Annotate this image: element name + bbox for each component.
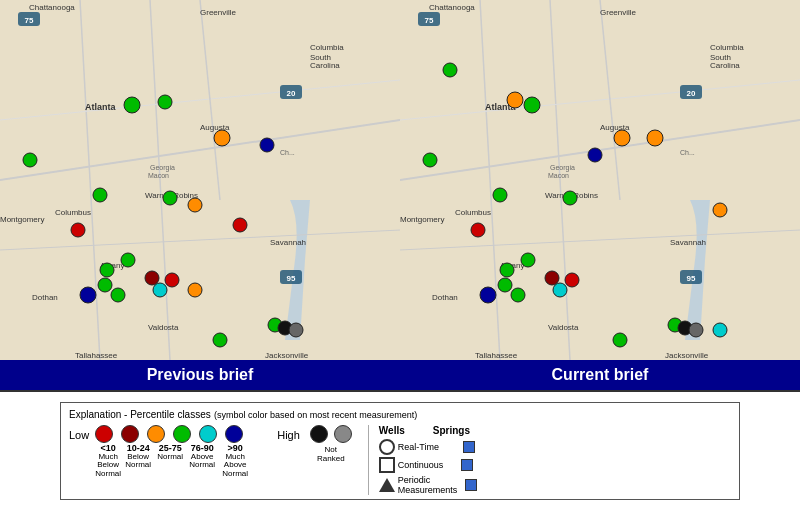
svg-point-99 [500, 263, 514, 277]
previous-map-panel: 75 20 95 Chattanooga Greenville Columbia… [0, 0, 400, 390]
legend-circle-cyan [199, 425, 217, 443]
svg-point-42 [93, 188, 107, 202]
svg-text:Macon: Macon [148, 172, 169, 179]
svg-point-50 [153, 283, 167, 297]
svg-point-47 [111, 288, 125, 302]
svg-point-104 [443, 63, 457, 77]
svg-point-87 [471, 223, 485, 237]
maps-row: 75 20 95 Chattanooga Greenville Columbia… [0, 0, 800, 390]
square-symbol [379, 457, 395, 473]
svg-text:95: 95 [687, 274, 696, 283]
previous-map-label: Previous brief [0, 360, 400, 390]
svg-point-51 [80, 287, 96, 303]
legend-circle-black [310, 425, 328, 443]
main-container: 75 20 95 Chattanooga Greenville Columbia… [0, 0, 800, 509]
springs-continuous-check [461, 459, 473, 471]
current-map-svg: 75 20 95 Chattanooga Greenville Columbia… [400, 0, 800, 360]
svg-text:Tallahassee: Tallahassee [75, 351, 118, 360]
svg-point-90 [614, 130, 630, 146]
svg-point-98 [521, 253, 535, 267]
svg-point-38 [188, 283, 202, 297]
svg-text:Montgomery: Montgomery [0, 215, 44, 224]
legend-circle-red [95, 425, 113, 443]
svg-text:Montgomery: Montgomery [400, 215, 444, 224]
svg-point-107 [480, 287, 496, 303]
svg-point-35 [145, 271, 159, 285]
legend-labels-row: <10 Much BelowNormal 10-24 BelowNormal 2… [95, 443, 269, 479]
previous-map-bg: 75 20 95 Chattanooga Greenville Columbia… [0, 0, 400, 360]
springs-periodic-check [465, 479, 477, 491]
svg-text:Columbus: Columbus [455, 208, 491, 217]
svg-text:75: 75 [425, 16, 434, 25]
legend-circles-row [95, 425, 269, 443]
high-label: High [277, 425, 300, 441]
svg-text:Columbia: Columbia [710, 43, 744, 52]
wells-springs-section: Wells Springs Real-Time Continuous [368, 425, 478, 495]
svg-point-91 [507, 92, 523, 108]
svg-point-46 [98, 278, 112, 292]
svg-text:Columbus: Columbus [55, 208, 91, 217]
svg-text:Valdosta: Valdosta [548, 323, 579, 332]
svg-point-45 [100, 263, 114, 277]
springs-realtime-check [463, 441, 475, 453]
svg-text:20: 20 [287, 89, 296, 98]
svg-point-101 [511, 288, 525, 302]
svg-point-95 [423, 153, 437, 167]
legend-circle-blue [225, 425, 243, 443]
svg-point-32 [71, 223, 85, 237]
svg-text:Dothan: Dothan [32, 293, 58, 302]
svg-point-54 [289, 323, 303, 337]
low-label: Low [69, 425, 89, 441]
svg-text:75: 75 [25, 16, 34, 25]
svg-point-43 [163, 191, 177, 205]
svg-text:Carolina: Carolina [710, 61, 740, 70]
svg-text:Jacksonville: Jacksonville [265, 351, 309, 360]
svg-text:Georgia: Georgia [550, 164, 575, 172]
svg-point-40 [158, 95, 172, 109]
svg-point-48 [213, 333, 227, 347]
not-ranked-label: NotRanked [310, 445, 352, 464]
svg-point-89 [545, 271, 559, 285]
current-map-label: Current brief [400, 360, 800, 390]
current-map-bg: 75 20 95 Chattanooga Greenville Columbia… [400, 0, 800, 360]
svg-text:Georgia: Georgia [150, 164, 175, 172]
svg-text:Greenville: Greenville [200, 8, 237, 17]
svg-point-94 [524, 97, 540, 113]
svg-rect-0 [0, 0, 400, 360]
svg-text:95: 95 [287, 274, 296, 283]
svg-text:Valdosta: Valdosta [148, 323, 179, 332]
svg-point-33 [233, 218, 247, 232]
legend-circle-darkred [121, 425, 139, 443]
svg-text:Macon: Macon [548, 172, 569, 179]
svg-text:Savannah: Savannah [670, 238, 706, 247]
svg-point-92 [647, 130, 663, 146]
legend-box: Explanation - Percentile classes (symbol… [60, 402, 740, 500]
circle-symbol [379, 439, 395, 455]
svg-text:Chattanooga: Chattanooga [429, 3, 475, 12]
svg-text:Atlanta: Atlanta [85, 102, 116, 112]
triangle-symbol [379, 478, 395, 492]
svg-point-37 [188, 198, 202, 212]
svg-point-52 [260, 138, 274, 152]
svg-point-102 [613, 333, 627, 347]
svg-text:Columbia: Columbia [310, 43, 344, 52]
svg-point-88 [565, 273, 579, 287]
legend-title: Explanation - Percentile classes (symbol… [69, 407, 731, 421]
svg-point-100 [498, 278, 512, 292]
svg-text:Jacksonville: Jacksonville [665, 351, 709, 360]
svg-text:Dothan: Dothan [432, 293, 458, 302]
svg-text:Carolina: Carolina [310, 61, 340, 70]
svg-rect-55 [400, 0, 800, 360]
svg-point-34 [165, 273, 179, 287]
svg-text:Tallahassee: Tallahassee [475, 351, 518, 360]
svg-text:Ch...: Ch... [280, 149, 295, 156]
legend-circle-orange [147, 425, 165, 443]
svg-text:Greenville: Greenville [600, 8, 637, 17]
svg-point-106 [713, 323, 727, 337]
svg-text:Savannah: Savannah [270, 238, 306, 247]
previous-map-svg: 75 20 95 Chattanooga Greenville Columbia… [0, 0, 400, 360]
svg-point-39 [124, 97, 140, 113]
legend-circle-gray [334, 425, 352, 443]
current-map-panel: 75 20 95 Chattanooga Greenville Columbia… [400, 0, 800, 390]
legend-circle-green [173, 425, 191, 443]
